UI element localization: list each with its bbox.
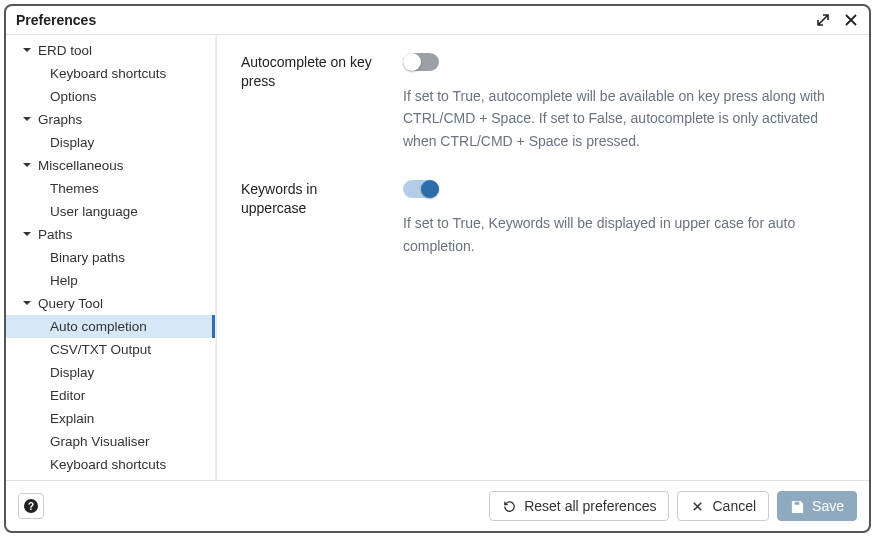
pref-row-uppercase: Keywords in uppercase If set to True, Ke…: [241, 180, 845, 257]
pref-label: Autocomplete on key press: [241, 53, 381, 91]
tree-item[interactable]: Graph Visualiser: [6, 430, 215, 453]
autocomplete-toggle[interactable]: [403, 53, 439, 71]
dialog-footer: ? Reset all preferences Cancel: [6, 480, 869, 531]
tree-group-header[interactable]: Graphs: [6, 108, 215, 131]
tree-item[interactable]: Options: [6, 476, 215, 480]
cancel-label: Cancel: [712, 498, 756, 514]
maximize-icon[interactable]: [815, 12, 831, 28]
tree-item[interactable]: Binary paths: [6, 246, 215, 269]
chevron-down-icon: [22, 158, 32, 173]
tree-item[interactable]: Options: [6, 85, 215, 108]
close-icon[interactable]: [843, 12, 859, 28]
tree-group-label: Miscellaneous: [38, 158, 124, 173]
tree-group-label: ERD tool: [38, 43, 92, 58]
preferences-dialog: Preferences ERD toolKeyboard shortcutsOp…: [4, 4, 871, 533]
uppercase-toggle[interactable]: [403, 180, 439, 198]
tree-group-label: Graphs: [38, 112, 82, 127]
dialog-title: Preferences: [16, 12, 96, 28]
reset-label: Reset all preferences: [524, 498, 656, 514]
chevron-down-icon: [22, 112, 32, 127]
tree-group-label: Query Tool: [38, 296, 103, 311]
tree-item[interactable]: CSV/TXT Output: [6, 338, 215, 361]
save-button[interactable]: Save: [777, 491, 857, 521]
tree-group-header[interactable]: Paths: [6, 223, 215, 246]
pref-row-autocomplete: Autocomplete on key press If set to True…: [241, 53, 845, 152]
pref-desc: If set to True, Keywords will be display…: [403, 212, 845, 257]
tree-group-header[interactable]: Miscellaneous: [6, 154, 215, 177]
chevron-down-icon: [22, 296, 32, 311]
content-pane: Autocomplete on key press If set to True…: [216, 35, 869, 480]
tree-group-label: Paths: [38, 227, 73, 242]
titlebar-actions: [815, 12, 859, 28]
title-bar: Preferences: [6, 6, 869, 35]
tree-group-header[interactable]: Query Tool: [6, 292, 215, 315]
tree-item[interactable]: Keyboard shortcuts: [6, 62, 215, 85]
sidebar[interactable]: ERD toolKeyboard shortcutsOptionsGraphsD…: [6, 35, 216, 480]
tree-item[interactable]: Help: [6, 269, 215, 292]
tree-group-header[interactable]: ERD tool: [6, 39, 215, 62]
cancel-button[interactable]: Cancel: [677, 491, 769, 521]
save-label: Save: [812, 498, 844, 514]
tree-item[interactable]: User language: [6, 200, 215, 223]
dialog-body: ERD toolKeyboard shortcutsOptionsGraphsD…: [6, 35, 869, 480]
pref-desc: If set to True, autocomplete will be ava…: [403, 85, 845, 152]
svg-text:?: ?: [28, 501, 34, 512]
pref-label: Keywords in uppercase: [241, 180, 381, 218]
tree-item[interactable]: Themes: [6, 177, 215, 200]
tree-item[interactable]: Auto completion: [6, 315, 215, 338]
tree-item[interactable]: Editor: [6, 384, 215, 407]
chevron-down-icon: [22, 43, 32, 58]
help-button[interactable]: ?: [18, 493, 44, 519]
reset-button[interactable]: Reset all preferences: [489, 491, 669, 521]
chevron-down-icon: [22, 227, 32, 242]
tree-item[interactable]: Explain: [6, 407, 215, 430]
tree-item[interactable]: Display: [6, 361, 215, 384]
tree-item[interactable]: Keyboard shortcuts: [6, 453, 215, 476]
tree-item[interactable]: Display: [6, 131, 215, 154]
